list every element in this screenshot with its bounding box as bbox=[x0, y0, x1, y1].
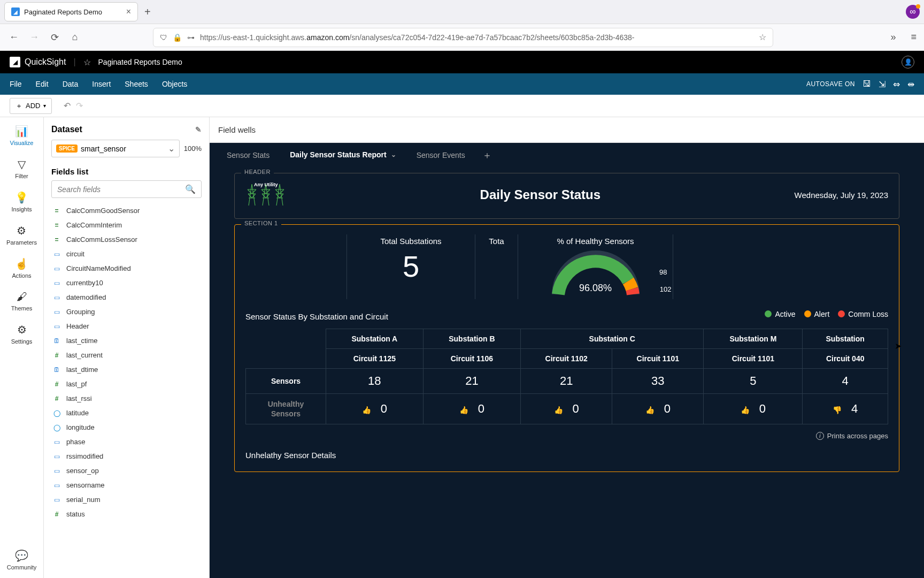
field-item[interactable]: ▭serial_num bbox=[51, 492, 202, 507]
field-wells-bar[interactable]: Field wells bbox=[210, 117, 924, 143]
menu-objects[interactable]: Objects bbox=[162, 80, 187, 88]
report-date: Wednesday, July 19, 2023 bbox=[795, 191, 888, 200]
field-type-icon: ▭ bbox=[52, 467, 61, 475]
overflow-icon[interactable]: » bbox=[890, 32, 896, 43]
favorite-star-icon[interactable]: ☆ bbox=[83, 57, 91, 67]
share-icon[interactable]: ⇔ bbox=[893, 79, 900, 89]
field-item[interactable]: ▭phase bbox=[51, 435, 202, 449]
substation-header: Substation B bbox=[423, 329, 521, 349]
field-item[interactable]: ▭rssimodified bbox=[51, 449, 202, 463]
browser-menu-icon[interactable]: ≡ bbox=[911, 32, 917, 43]
gauge-numerator: 98 bbox=[659, 268, 667, 276]
field-name: last_pf bbox=[66, 380, 87, 388]
field-item[interactable]: ▭circuit bbox=[51, 247, 202, 261]
field-item[interactable]: ◯longitude bbox=[51, 420, 202, 435]
dataset-panel: Dataset ✎ SPICE smart_sensor ⌄ 100% Fiel… bbox=[44, 117, 210, 578]
section-1[interactable]: SECTION 1 Total Substations 5 Tota % of … bbox=[234, 224, 899, 472]
field-item[interactable]: 🗓last_dtime bbox=[51, 362, 202, 377]
header-section[interactable]: HEADER Any Utility Daily Sensor Status W… bbox=[234, 173, 899, 219]
field-item[interactable]: #status bbox=[51, 507, 202, 521]
menu-edit[interactable]: Edit bbox=[36, 80, 49, 88]
user-avatar-icon[interactable]: 👤 bbox=[902, 56, 914, 69]
field-item[interactable]: ▭CircuitNameModified bbox=[51, 261, 202, 276]
extension-icon[interactable]: ∞ bbox=[906, 5, 920, 19]
rail-visualize[interactable]: 📊Visualize bbox=[10, 125, 34, 146]
gauge-chart: 96.08% 98 102 bbox=[548, 249, 644, 297]
tab-close-icon[interactable]: × bbox=[126, 7, 131, 17]
rail-filter[interactable]: ▽Filter bbox=[15, 158, 28, 179]
sheet-tabs: Sensor Stats Daily Sensor Status Report … bbox=[210, 143, 924, 168]
menu-data[interactable]: Data bbox=[63, 80, 79, 88]
prints-note: i Prints across pages bbox=[245, 432, 888, 440]
forward-button[interactable]: → bbox=[28, 32, 41, 43]
menu-file[interactable]: File bbox=[10, 80, 22, 88]
field-item[interactable]: ▭sensorname bbox=[51, 478, 202, 492]
field-name: Grouping bbox=[66, 308, 95, 316]
search-fields-input[interactable] bbox=[57, 185, 185, 194]
quicksight-logo-icon: ◢ bbox=[10, 57, 20, 67]
rail-community[interactable]: 💬Community bbox=[7, 549, 37, 571]
field-name: sensorname bbox=[66, 481, 105, 489]
field-item[interactable]: =CalcCommLossSensor bbox=[51, 232, 202, 247]
field-item[interactable]: #last_rssi bbox=[51, 391, 202, 406]
reload-button[interactable]: ⟳ bbox=[48, 32, 61, 43]
field-item[interactable]: ▭datemodified bbox=[51, 290, 202, 305]
rail-parameters[interactable]: ⚙Parameters bbox=[6, 224, 37, 246]
export-icon[interactable]: ⇲ bbox=[879, 79, 886, 89]
field-item[interactable]: ◯latitude bbox=[51, 406, 202, 420]
save-icon[interactable]: 🖫 bbox=[863, 79, 871, 89]
thumb-up-icon: 👍 bbox=[459, 406, 468, 414]
sheet-tab-sensor-stats[interactable]: Sensor Stats bbox=[218, 146, 278, 165]
add-sheet-button[interactable]: ＋ bbox=[482, 149, 492, 162]
unhealthy-count-cell: 👍0 bbox=[612, 394, 704, 424]
substation-header: Substation M bbox=[704, 329, 803, 349]
dot-orange-icon bbox=[804, 310, 811, 317]
fit-icon[interactable]: ⇹ bbox=[907, 79, 914, 89]
field-name: last_rssi bbox=[66, 394, 92, 402]
field-type-icon: ▭ bbox=[52, 308, 61, 316]
field-name: latitude bbox=[66, 409, 89, 417]
sheet-tab-sensor-events[interactable]: Sensor Events bbox=[408, 146, 474, 165]
sensor-count-cell: 33 bbox=[612, 369, 704, 394]
redo-icon[interactable]: ↷ bbox=[76, 101, 83, 111]
field-item[interactable]: ▭sensor_op bbox=[51, 463, 202, 478]
new-tab-button[interactable]: + bbox=[144, 6, 151, 18]
dataset-select[interactable]: SPICE smart_sensor ⌄ bbox=[51, 140, 180, 157]
menu-insert[interactable]: Insert bbox=[92, 80, 111, 88]
field-item[interactable]: 🗓last_ctime bbox=[51, 333, 202, 348]
field-name: phase bbox=[66, 438, 85, 446]
field-type-icon: ▭ bbox=[52, 323, 61, 330]
field-item[interactable]: =CalcCommInterim bbox=[51, 218, 202, 232]
field-item[interactable]: ▭Grouping bbox=[51, 305, 202, 319]
undo-icon[interactable]: ↶ bbox=[64, 101, 71, 111]
chevron-down-icon[interactable]: ⌄ bbox=[391, 151, 396, 158]
field-item[interactable]: #last_current bbox=[51, 348, 202, 362]
field-name: status bbox=[66, 510, 85, 518]
browser-tab[interactable]: ◢ Paginated Reports Demo × bbox=[4, 2, 138, 21]
rail-insights[interactable]: 💡Insights bbox=[12, 191, 32, 212]
field-type-icon: ▭ bbox=[52, 265, 61, 272]
back-button[interactable]: ← bbox=[7, 32, 20, 43]
rail-themes[interactable]: 🖌Themes bbox=[11, 291, 33, 311]
brush-icon: 🖌 bbox=[17, 291, 27, 303]
app-logo[interactable]: ◢ QuickSight bbox=[10, 57, 66, 67]
sheet-tab-daily-sensor-status[interactable]: Daily Sensor Status Report ⌄ bbox=[281, 145, 405, 165]
field-type-icon: # bbox=[52, 352, 61, 359]
home-button[interactable]: ⌂ bbox=[68, 32, 81, 43]
pivot-table: Substation ASubstation BSubstation CSubs… bbox=[245, 329, 888, 424]
field-item[interactable]: ▭currentby10 bbox=[51, 276, 202, 290]
unhealthy-details-title: Unhelathy Sensor Details bbox=[245, 451, 888, 460]
field-name: Header bbox=[66, 322, 89, 330]
field-item[interactable]: =CalcCommGoodSensor bbox=[51, 203, 202, 218]
rail-settings[interactable]: ⚙Settings bbox=[11, 323, 33, 345]
bookmark-star-icon[interactable]: ☆ bbox=[759, 32, 766, 42]
field-item[interactable]: #last_pf bbox=[51, 377, 202, 391]
add-button[interactable]: ＋ ADD ▾ bbox=[10, 98, 52, 114]
url-bar[interactable]: 🛡 🔒 ⊶ https://us-east-1.quicksight.aws.a… bbox=[153, 28, 773, 47]
edit-dataset-icon[interactable]: ✎ bbox=[195, 125, 202, 134]
menu-sheets[interactable]: Sheets bbox=[125, 80, 148, 88]
search-fields[interactable]: 🔍 bbox=[51, 180, 202, 198]
rail-actions[interactable]: ☝Actions bbox=[12, 257, 31, 279]
field-name: CalcCommLossSensor bbox=[66, 235, 137, 244]
field-item[interactable]: ▭Header bbox=[51, 319, 202, 333]
